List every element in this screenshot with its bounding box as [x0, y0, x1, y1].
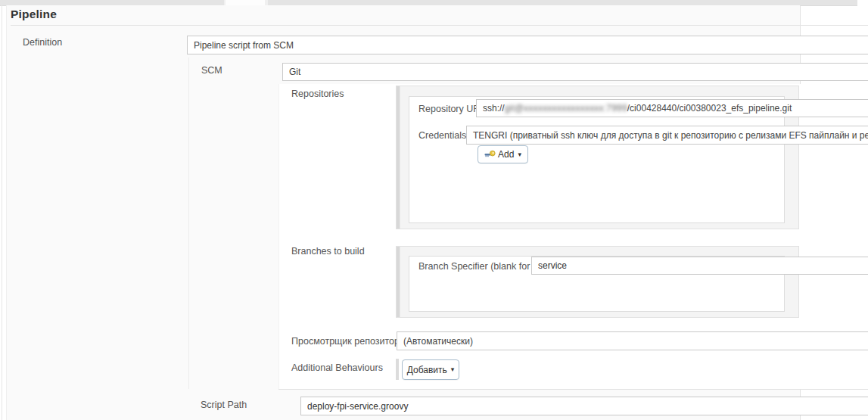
branch-specifier-input[interactable]: [531, 257, 868, 275]
key-icon: [484, 150, 496, 159]
title-divider: [11, 25, 868, 26]
scm-select-value: Git: [289, 67, 300, 77]
repository-browser-label: Просмотрщик репозитория: [291, 336, 410, 347]
script-path-input[interactable]: [300, 397, 868, 415]
definition-select[interactable]: Pipeline script from SCM: [187, 36, 868, 54]
scm-select[interactable]: Git: [282, 63, 868, 81]
credentials-select[interactable]: TENGRI (приватный ssh ключ для доступа в…: [466, 126, 868, 145]
branches-label: Branches to build: [291, 246, 365, 257]
definition-select-value: Pipeline script from SCM: [194, 40, 294, 51]
git-scm-section-divider: [278, 389, 868, 390]
repository-url-redacted: git@xxxxxxxxxxxxxxxxx:7999: [505, 103, 627, 114]
definition-label: Definition: [23, 37, 62, 48]
drag-handle-icon[interactable]: [397, 86, 400, 229]
repository-url-input[interactable]: ssh://git@xxxxxxxxxxxxxxxxx:7999/ci00428…: [476, 99, 868, 117]
drag-handle-icon[interactable]: [397, 247, 400, 317]
caret-down-icon: ▾: [451, 366, 455, 373]
additional-behaviours-label: Additional Behaviours: [291, 362, 383, 373]
page-left-edge: [2, 5, 2, 420]
page-title: Pipeline: [11, 8, 57, 21]
repository-url-prefix: ssh://: [483, 103, 505, 114]
credentials-select-value: TENGRI (приватный ssh ключ для доступа в…: [473, 130, 868, 141]
credentials-label: Credentials: [418, 130, 466, 141]
insertion-point-bar: [396, 359, 399, 380]
credentials-add-button[interactable]: Add ▾: [478, 145, 528, 163]
repositories-label: Repositories: [291, 89, 344, 99]
script-path-label: Script Path: [201, 400, 247, 410]
repository-url-label: Repository URL: [418, 104, 485, 114]
definition-section-border: [188, 58, 189, 389]
repository-browser-value: (Автоматически): [403, 336, 473, 347]
repository-url-suffix: /ci00428440/ci00380023_efs_pipeline.git: [627, 103, 792, 114]
add-button-label: Add: [498, 149, 514, 160]
add-behaviour-button-label: Добавить: [407, 365, 447, 375]
scm-label: SCM: [201, 65, 222, 76]
repository-browser-select[interactable]: (Автоматически): [397, 331, 868, 350]
tab-divider: [265, 0, 267, 5]
caret-down-icon: ▾: [518, 151, 521, 158]
add-behaviour-button[interactable]: Добавить ▾: [402, 359, 459, 380]
